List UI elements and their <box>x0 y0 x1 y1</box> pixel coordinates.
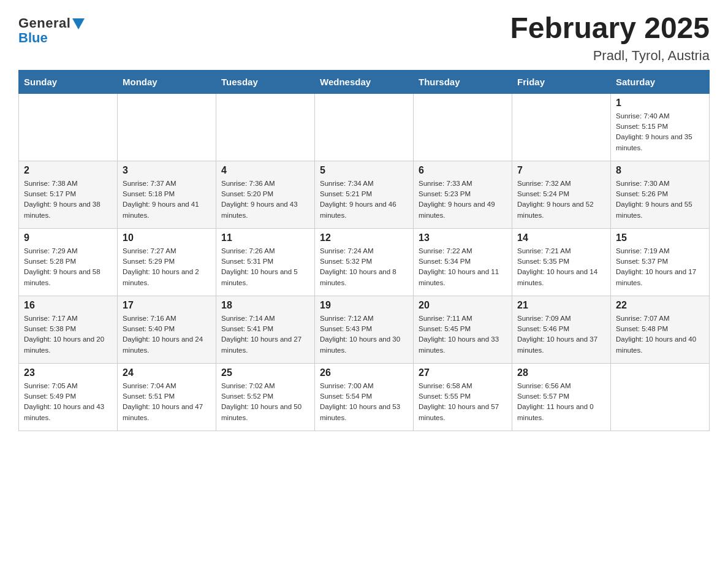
day-number: 8 <box>616 165 704 176</box>
day-number: 7 <box>517 165 605 176</box>
day-info: Sunrise: 7:11 AMSunset: 5:45 PMDaylight:… <box>419 313 507 356</box>
calendar-day-cell: 2Sunrise: 7:38 AMSunset: 5:17 PMDaylight… <box>19 161 118 228</box>
weekday-header: Monday <box>118 70 216 93</box>
calendar-day-cell: 3Sunrise: 7:37 AMSunset: 5:18 PMDaylight… <box>118 161 216 228</box>
day-number: 26 <box>320 367 408 378</box>
day-info: Sunrise: 7:29 AMSunset: 5:28 PMDaylight:… <box>24 246 112 288</box>
calendar-day-cell: 20Sunrise: 7:11 AMSunset: 5:45 PMDayligh… <box>414 296 512 363</box>
calendar-day-cell: 8Sunrise: 7:30 AMSunset: 5:26 PMDaylight… <box>611 161 710 228</box>
calendar-week-row: 2Sunrise: 7:38 AMSunset: 5:17 PMDaylight… <box>19 161 710 228</box>
calendar-week-row: 9Sunrise: 7:29 AMSunset: 5:28 PMDaylight… <box>19 228 710 296</box>
day-number: 23 <box>24 367 112 378</box>
title-area: February 2025 Pradl, Tyrol, Austria <box>510 12 710 64</box>
calendar-day-cell: 18Sunrise: 7:14 AMSunset: 5:41 PMDayligh… <box>216 296 315 363</box>
calendar-day-cell: 12Sunrise: 7:24 AMSunset: 5:32 PMDayligh… <box>315 228 414 296</box>
day-info: Sunrise: 7:34 AMSunset: 5:21 PMDaylight:… <box>320 178 408 221</box>
day-info: Sunrise: 7:40 AMSunset: 5:15 PMDaylight:… <box>616 111 704 153</box>
calendar-day-cell <box>512 93 611 161</box>
calendar-day-cell: 7Sunrise: 7:32 AMSunset: 5:24 PMDaylight… <box>512 161 611 228</box>
day-number: 6 <box>419 165 507 176</box>
day-number: 21 <box>517 300 605 311</box>
day-info: Sunrise: 6:56 AMSunset: 5:57 PMDaylight:… <box>517 381 605 423</box>
calendar-day-cell: 11Sunrise: 7:26 AMSunset: 5:31 PMDayligh… <box>216 228 315 296</box>
day-number: 15 <box>616 232 704 243</box>
day-info: Sunrise: 7:32 AMSunset: 5:24 PMDaylight:… <box>517 178 605 221</box>
day-number: 14 <box>517 232 605 243</box>
day-number: 12 <box>320 232 408 243</box>
calendar-day-cell: 19Sunrise: 7:12 AMSunset: 5:43 PMDayligh… <box>315 296 414 363</box>
calendar-day-cell: 5Sunrise: 7:34 AMSunset: 5:21 PMDaylight… <box>315 161 414 228</box>
day-number: 22 <box>616 300 704 311</box>
day-info: Sunrise: 7:24 AMSunset: 5:32 PMDaylight:… <box>320 246 408 288</box>
day-info: Sunrise: 7:12 AMSunset: 5:43 PMDaylight:… <box>320 313 408 356</box>
calendar-day-cell: 14Sunrise: 7:21 AMSunset: 5:35 PMDayligh… <box>512 228 611 296</box>
calendar-table: SundayMondayTuesdayWednesdayThursdayFrid… <box>18 70 710 431</box>
page-title: February 2025 <box>510 12 710 45</box>
calendar-day-cell: 27Sunrise: 6:58 AMSunset: 5:55 PMDayligh… <box>414 363 512 431</box>
day-info: Sunrise: 7:33 AMSunset: 5:23 PMDaylight:… <box>419 178 507 221</box>
calendar-day-cell <box>216 93 315 161</box>
day-number: 24 <box>123 367 211 378</box>
weekday-header: Sunday <box>19 70 118 93</box>
logo-general-label: General <box>18 15 70 31</box>
day-number: 2 <box>24 165 112 176</box>
day-info: Sunrise: 7:02 AMSunset: 5:52 PMDaylight:… <box>221 381 309 423</box>
day-number: 27 <box>419 367 507 378</box>
logo-blue-text: Blue <box>18 30 48 46</box>
calendar-day-cell: 6Sunrise: 7:33 AMSunset: 5:23 PMDaylight… <box>414 161 512 228</box>
day-info: Sunrise: 7:36 AMSunset: 5:20 PMDaylight:… <box>221 178 309 221</box>
day-number: 18 <box>221 300 309 311</box>
day-number: 3 <box>123 165 211 176</box>
page-header: General Blue February 2025 Pradl, Tyrol,… <box>18 12 710 64</box>
day-info: Sunrise: 7:04 AMSunset: 5:51 PMDaylight:… <box>123 381 211 423</box>
logo-general-text: General <box>18 15 85 31</box>
day-info: Sunrise: 7:00 AMSunset: 5:54 PMDaylight:… <box>320 381 408 423</box>
day-number: 17 <box>123 300 211 311</box>
calendar-day-cell <box>414 93 512 161</box>
day-info: Sunrise: 7:07 AMSunset: 5:48 PMDaylight:… <box>616 313 704 356</box>
calendar-day-cell: 21Sunrise: 7:09 AMSunset: 5:46 PMDayligh… <box>512 296 611 363</box>
day-info: Sunrise: 7:17 AMSunset: 5:38 PMDaylight:… <box>24 313 112 356</box>
day-info: Sunrise: 7:22 AMSunset: 5:34 PMDaylight:… <box>419 246 507 288</box>
calendar-day-cell: 25Sunrise: 7:02 AMSunset: 5:52 PMDayligh… <box>216 363 315 431</box>
day-number: 10 <box>123 232 211 243</box>
calendar-week-row: 23Sunrise: 7:05 AMSunset: 5:49 PMDayligh… <box>19 363 710 431</box>
day-info: Sunrise: 7:19 AMSunset: 5:37 PMDaylight:… <box>616 246 704 288</box>
weekday-header: Tuesday <box>216 70 315 93</box>
calendar-day-cell <box>118 93 216 161</box>
calendar-week-row: 1Sunrise: 7:40 AMSunset: 5:15 PMDaylight… <box>19 93 710 161</box>
calendar-day-cell: 4Sunrise: 7:36 AMSunset: 5:20 PMDaylight… <box>216 161 315 228</box>
logo: General Blue <box>18 15 85 46</box>
calendar-day-cell <box>611 363 710 431</box>
calendar-day-cell: 9Sunrise: 7:29 AMSunset: 5:28 PMDaylight… <box>19 228 118 296</box>
day-info: Sunrise: 7:30 AMSunset: 5:26 PMDaylight:… <box>616 178 704 221</box>
day-info: Sunrise: 7:38 AMSunset: 5:17 PMDaylight:… <box>24 178 112 221</box>
calendar-day-cell: 22Sunrise: 7:07 AMSunset: 5:48 PMDayligh… <box>611 296 710 363</box>
calendar-day-cell: 1Sunrise: 7:40 AMSunset: 5:15 PMDaylight… <box>611 93 710 161</box>
day-info: Sunrise: 7:09 AMSunset: 5:46 PMDaylight:… <box>517 313 605 356</box>
day-info: Sunrise: 7:05 AMSunset: 5:49 PMDaylight:… <box>24 381 112 423</box>
day-info: Sunrise: 7:37 AMSunset: 5:18 PMDaylight:… <box>123 178 211 221</box>
day-number: 28 <box>517 367 605 378</box>
day-number: 20 <box>419 300 507 311</box>
calendar-day-cell: 13Sunrise: 7:22 AMSunset: 5:34 PMDayligh… <box>414 228 512 296</box>
weekday-header: Thursday <box>414 70 512 93</box>
calendar-day-cell: 15Sunrise: 7:19 AMSunset: 5:37 PMDayligh… <box>611 228 710 296</box>
day-info: Sunrise: 7:14 AMSunset: 5:41 PMDaylight:… <box>221 313 309 356</box>
day-number: 16 <box>24 300 112 311</box>
day-number: 9 <box>24 232 112 243</box>
calendar-day-cell: 23Sunrise: 7:05 AMSunset: 5:49 PMDayligh… <box>19 363 118 431</box>
day-info: Sunrise: 7:26 AMSunset: 5:31 PMDaylight:… <box>221 246 309 288</box>
calendar-day-cell: 17Sunrise: 7:16 AMSunset: 5:40 PMDayligh… <box>118 296 216 363</box>
weekday-header: Saturday <box>611 70 710 93</box>
calendar-day-cell: 26Sunrise: 7:00 AMSunset: 5:54 PMDayligh… <box>315 363 414 431</box>
day-info: Sunrise: 7:16 AMSunset: 5:40 PMDaylight:… <box>123 313 211 356</box>
weekday-header: Wednesday <box>315 70 414 93</box>
day-number: 19 <box>320 300 408 311</box>
calendar-day-cell: 16Sunrise: 7:17 AMSunset: 5:38 PMDayligh… <box>19 296 118 363</box>
calendar-day-cell <box>315 93 414 161</box>
calendar-day-cell: 10Sunrise: 7:27 AMSunset: 5:29 PMDayligh… <box>118 228 216 296</box>
day-number: 11 <box>221 232 309 243</box>
calendar-day-cell: 24Sunrise: 7:04 AMSunset: 5:51 PMDayligh… <box>118 363 216 431</box>
day-number: 13 <box>419 232 507 243</box>
